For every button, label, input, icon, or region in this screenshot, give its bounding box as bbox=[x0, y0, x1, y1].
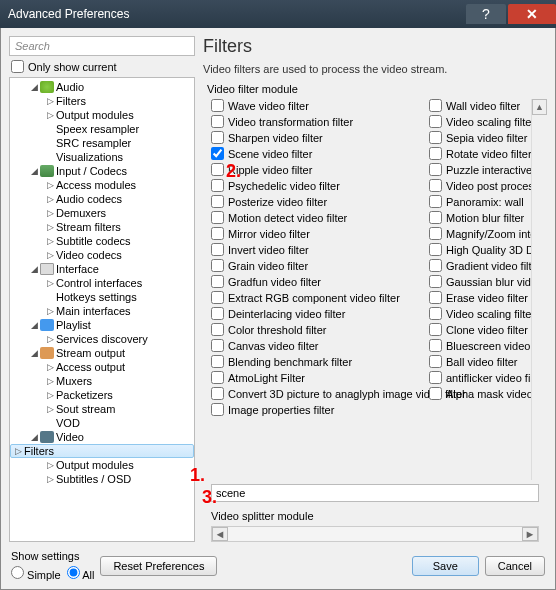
tree-stream-0[interactable]: ▷Access output bbox=[10, 360, 194, 374]
filter-checkbox[interactable]: Posterize video filter bbox=[211, 195, 421, 208]
checkbox-input[interactable] bbox=[211, 211, 224, 224]
checkbox-input[interactable] bbox=[211, 195, 224, 208]
filter-checkbox[interactable]: Video scaling filter bbox=[429, 307, 547, 320]
tree-audio[interactable]: ◢Audio bbox=[10, 80, 194, 94]
tree-video-1[interactable]: ▷Output modules bbox=[10, 458, 194, 472]
expander-icon[interactable]: ▷ bbox=[44, 474, 56, 484]
filter-checkbox[interactable]: Grain video filter bbox=[211, 259, 421, 272]
expander-icon[interactable]: ▷ bbox=[44, 208, 56, 218]
filter-checkbox[interactable]: antiflicker video filter bbox=[429, 371, 547, 384]
tree-input-5[interactable]: ▷Video codecs bbox=[10, 248, 194, 262]
checkbox-input[interactable] bbox=[211, 355, 224, 368]
tree-video-2[interactable]: ▷Subtitles / OSD bbox=[10, 472, 194, 486]
filter-checkbox[interactable]: Magnify/Zoom interactive bbox=[429, 227, 547, 240]
scroll-right-arrow[interactable]: ► bbox=[522, 527, 538, 541]
tree-audio-4[interactable]: Visualizations bbox=[10, 150, 194, 164]
filter-checkbox[interactable]: Deinterlacing video filter bbox=[211, 307, 421, 320]
expander-icon[interactable]: ◢ bbox=[28, 348, 40, 358]
checkbox-input[interactable] bbox=[429, 307, 442, 320]
tree-audio-1[interactable]: ▷Output modules bbox=[10, 108, 194, 122]
simple-radio[interactable]: Simple bbox=[11, 566, 61, 581]
checkbox-input[interactable] bbox=[429, 387, 442, 400]
checkbox-input[interactable] bbox=[211, 163, 224, 176]
checkbox-input[interactable] bbox=[429, 339, 442, 352]
filter-checkbox[interactable]: Sepia video filter bbox=[429, 131, 547, 144]
tree-playlist-0[interactable]: ▷Services discovery bbox=[10, 332, 194, 346]
checkbox-input[interactable] bbox=[211, 291, 224, 304]
checkbox-input[interactable] bbox=[429, 227, 442, 240]
expander-icon[interactable]: ◢ bbox=[28, 166, 40, 176]
expander-icon[interactable]: ◢ bbox=[28, 264, 40, 274]
filter-checkbox[interactable]: Ripple video filter bbox=[211, 163, 421, 176]
tree-audio-0[interactable]: ▷Filters bbox=[10, 94, 194, 108]
filter-checkbox[interactable]: Convert 3D picture to anaglyph image vid… bbox=[211, 387, 421, 400]
checkbox-input[interactable] bbox=[211, 323, 224, 336]
checkbox-input[interactable] bbox=[429, 115, 442, 128]
filter-checkbox[interactable]: Video scaling filter bbox=[429, 115, 547, 128]
checkbox-input[interactable] bbox=[211, 131, 224, 144]
filter-checkbox[interactable]: Puzzle interactive bbox=[429, 163, 547, 176]
checkbox-input[interactable] bbox=[429, 243, 442, 256]
expander-icon[interactable]: ◢ bbox=[28, 320, 40, 330]
search-input[interactable]: Search bbox=[9, 36, 195, 56]
filter-checkbox[interactable]: Motion detect video filter bbox=[211, 211, 421, 224]
checkbox-input[interactable] bbox=[429, 371, 442, 384]
filter-checkbox[interactable]: Blending benchmark filter bbox=[211, 355, 421, 368]
tree-input-codecs[interactable]: ◢Input / Codecs bbox=[10, 164, 194, 178]
tree-input-4[interactable]: ▷Subtitle codecs bbox=[10, 234, 194, 248]
filter-checkbox[interactable]: Gradient video filter bbox=[429, 259, 547, 272]
tree-playlist[interactable]: ◢Playlist bbox=[10, 318, 194, 332]
checkbox-input[interactable] bbox=[211, 227, 224, 240]
tree-interface[interactable]: ◢Interface bbox=[10, 262, 194, 276]
expander-icon[interactable]: ▷ bbox=[44, 334, 56, 344]
tree-stream-2[interactable]: ▷Packetizers bbox=[10, 388, 194, 402]
filter-checkbox[interactable]: Erase video filter bbox=[429, 291, 547, 304]
checkbox-input[interactable] bbox=[429, 99, 442, 112]
expander-icon[interactable]: ▷ bbox=[44, 362, 56, 372]
tree-video[interactable]: ◢Video bbox=[10, 430, 194, 444]
tree-interface-1[interactable]: Hotkeys settings bbox=[10, 290, 194, 304]
filter-checkbox[interactable]: Mirror video filter bbox=[211, 227, 421, 240]
tree-input-0[interactable]: ▷Access modules bbox=[10, 178, 194, 192]
filter-checkbox[interactable]: Video transformation filter bbox=[211, 115, 421, 128]
checkbox-input[interactable] bbox=[429, 195, 442, 208]
vertical-scrollbar[interactable]: ▲ bbox=[531, 99, 547, 480]
expander-icon[interactable]: ▷ bbox=[44, 278, 56, 288]
close-button[interactable]: ✕ bbox=[508, 4, 556, 24]
expander-icon[interactable]: ▷ bbox=[44, 110, 56, 120]
checkbox-input[interactable] bbox=[429, 211, 442, 224]
all-radio[interactable]: All bbox=[67, 566, 95, 581]
filter-checkbox[interactable]: Wall video filter bbox=[429, 99, 547, 112]
filter-checkbox[interactable]: Wave video filter bbox=[211, 99, 421, 112]
filter-checkbox[interactable]: Bluescreen video filter bbox=[429, 339, 547, 352]
checkbox-input[interactable] bbox=[429, 147, 442, 160]
tree-stream-3[interactable]: ▷Sout stream bbox=[10, 402, 194, 416]
filter-checkbox[interactable]: Gaussian blur video filter bbox=[429, 275, 547, 288]
tree-video-0[interactable]: ▷Filters bbox=[10, 444, 194, 458]
help-button[interactable]: ? bbox=[466, 4, 506, 24]
checkbox-input[interactable] bbox=[211, 403, 224, 416]
expander-icon[interactable]: ▷ bbox=[44, 180, 56, 190]
checkbox-input[interactable] bbox=[429, 131, 442, 144]
expander-icon[interactable]: ▷ bbox=[44, 404, 56, 414]
checkbox-input[interactable] bbox=[211, 259, 224, 272]
checkbox-input[interactable] bbox=[211, 243, 224, 256]
checkbox-input[interactable] bbox=[211, 307, 224, 320]
tree-input-2[interactable]: ▷Demuxers bbox=[10, 206, 194, 220]
horizontal-scrollbar[interactable]: ◄ ► bbox=[211, 526, 539, 542]
checkbox-input[interactable] bbox=[429, 163, 442, 176]
expander-icon[interactable]: ▷ bbox=[44, 306, 56, 316]
checkbox-input[interactable] bbox=[429, 291, 442, 304]
filter-checkbox[interactable]: Psychedelic video filter bbox=[211, 179, 421, 192]
filter-checkbox[interactable]: Extract RGB component video filter bbox=[211, 291, 421, 304]
tree-interface-2[interactable]: ▷Main interfaces bbox=[10, 304, 194, 318]
expander-icon[interactable]: ▷ bbox=[44, 194, 56, 204]
expander-icon[interactable]: ▷ bbox=[44, 376, 56, 386]
only-show-current-checkbox[interactable]: Only show current bbox=[9, 60, 195, 73]
reset-preferences-button[interactable]: Reset Preferences bbox=[100, 556, 217, 576]
tree-interface-0[interactable]: ▷Control interfaces bbox=[10, 276, 194, 290]
expander-icon[interactable]: ◢ bbox=[28, 432, 40, 442]
filter-checkbox[interactable]: Ball video filter bbox=[429, 355, 547, 368]
filter-checkbox[interactable]: Color threshold filter bbox=[211, 323, 421, 336]
tree-stream-1[interactable]: ▷Muxers bbox=[10, 374, 194, 388]
